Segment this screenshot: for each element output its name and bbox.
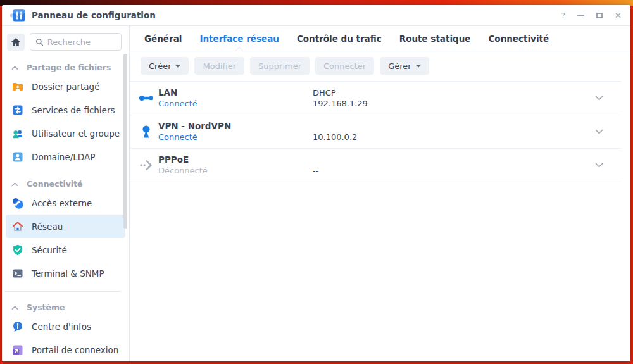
control-panel-app-icon [9, 9, 26, 22]
interface-status: Déconnecté [158, 165, 313, 176]
sidebar-section-label: Système [27, 303, 65, 312]
interface-detail: DHCP 192.168.1.29 [313, 87, 595, 109]
tab-interface-r-seau[interactable]: Interface réseau [199, 26, 279, 51]
interface-detail-line1 [313, 154, 595, 165]
chevron-down-icon[interactable] [595, 129, 603, 134]
sidebar-item-label: Domaine/LDAP [32, 152, 95, 162]
sidebar-scrollbar[interactable] [123, 54, 127, 229]
window-title: Panneau de configuration [32, 10, 156, 20]
interface-status: Connecté [158, 132, 313, 142]
security-icon [11, 244, 24, 256]
sidebar-item-utilisateur-et-groupe[interactable]: Utilisateur et groupe [6, 122, 125, 145]
interface-detail: 10.100.0.2 [313, 121, 595, 142]
sidebar-section-header[interactable]: Système [2, 300, 129, 315]
user-group-icon [11, 127, 24, 140]
sidebar-item-centre-d-infos[interactable]: Centre d'infos [6, 315, 125, 338]
toolbar-button-label: Supprimer [258, 61, 301, 71]
sidebar-item-dossier-partag-[interactable]: Dossier partagé [6, 75, 125, 98]
interface-name: PPPoE [158, 154, 313, 165]
dropdown-caret-icon [175, 65, 180, 68]
minimize-button[interactable] [577, 15, 584, 16]
sidebar-section-label: Connectivité [27, 179, 83, 189]
sidebar-item-portail-de-connexion[interactable]: Portail de connexion [6, 338, 125, 361]
sidebar-item-s-curit-[interactable]: Sécurité [6, 238, 125, 261]
main-content: Général Interface réseau Contrôle du tra… [130, 26, 630, 361]
pppoe-icon [139, 159, 153, 172]
sidebar-item-label: Accès externe [32, 198, 92, 208]
sidebar-section: Partage de fichiers Dossier partagé Serv… [2, 60, 129, 168]
modifier-button: Modifier [194, 57, 244, 75]
sidebar-section: Connectivité Accès externe Réseau Sécuri… [2, 177, 129, 285]
tab-label: Général [144, 34, 182, 44]
chevron-up-icon [11, 182, 18, 187]
tab-connectivit-[interactable]: Connectivité [488, 26, 549, 51]
search-input[interactable] [47, 37, 116, 47]
help-button[interactable]: ? [561, 11, 565, 20]
chevron-up-icon [11, 65, 18, 70]
tab-contr-le-du-trafic[interactable]: Contrôle du trafic [297, 26, 382, 51]
maximize-button[interactable] [596, 13, 603, 18]
close-button[interactable]: ✕ [615, 11, 622, 20]
sidebar-section: Système Centre d'infos Portail de connex… [2, 300, 129, 361]
interface-detail-line2: -- [313, 165, 595, 176]
sidebar-item-label: Centre d'infos [32, 322, 91, 332]
sidebar-section-header[interactable]: Connectivité [2, 177, 129, 191]
toolbar-button-label: Modifier [203, 61, 236, 71]
home-icon [11, 37, 21, 47]
sidebar-item-label: Portail de connexion [32, 345, 118, 355]
toolbar-button-label: Créer [149, 61, 171, 71]
interface-detail-line1 [313, 121, 595, 132]
toolbar: Créer Modifier Supprimer Connecter Gérer [130, 51, 630, 81]
chevron-down-icon[interactable] [595, 96, 603, 101]
tab-g-n-ral[interactable]: Général [144, 26, 182, 51]
interface-row-pppoe[interactable]: PPPoE Déconnecté -- [130, 149, 621, 182]
interface-row-lan[interactable]: LAN Connecté DHCP 192.168.1.29 [130, 82, 621, 115]
interface-name: LAN [158, 87, 313, 98]
sidebar-item-label: Services de fichiers [32, 105, 115, 115]
sidebar-item-label: Sécurité [32, 245, 67, 255]
tab-label: Contrôle du trafic [297, 34, 382, 44]
interface-row-vpn-nordvpn[interactable]: VPN - NordVPN Connecté 10.100.0.2 [130, 115, 621, 149]
interface-detail-line2: 10.100.0.2 [313, 132, 595, 142]
sidebar-item-label: Terminal & SNMP [32, 268, 104, 279]
sidebar-item-terminal-snmp[interactable]: Terminal & SNMP [6, 261, 125, 285]
login-portal-icon [11, 344, 24, 356]
external-access-icon [11, 197, 24, 210]
sidebar-section-label: Partage de fichiers [27, 63, 111, 72]
domain-ldap-icon [11, 151, 24, 163]
interface-detail: -- [313, 154, 595, 176]
sidebar-item-services-de-fichiers[interactable]: Services de fichiers [6, 98, 125, 122]
sidebar-item-r-seau[interactable]: Réseau [6, 215, 125, 238]
supprimer-button: Supprimer [250, 57, 310, 75]
interface-status: Connecté [158, 98, 313, 109]
search-icon [35, 37, 44, 47]
titlebar: Panneau de configuration ? ✕ [2, 5, 630, 26]
interface-name: VPN - NordVPN [158, 121, 313, 132]
toolbar-button-label: Gérer [388, 61, 411, 71]
sidebar-item-label: Utilisateur et groupe [32, 129, 120, 139]
g-rer-button[interactable]: Gérer [380, 57, 429, 75]
interface-detail-line2: 192.168.1.29 [313, 98, 595, 109]
chevron-down-icon[interactable] [595, 163, 603, 168]
interface-detail-line1: DHCP [313, 87, 595, 98]
terminal-snmp-icon [11, 267, 24, 280]
interface-list: LAN Connecté DHCP 192.168.1.29 VPN - Nor… [130, 81, 621, 182]
shared-folder-icon [11, 80, 24, 93]
vpn-keyhole-icon [140, 125, 153, 139]
tab-label: Interface réseau [199, 34, 279, 44]
file-services-icon [11, 104, 24, 116]
toolbar-button-label: Connecter [323, 61, 366, 71]
home-button[interactable] [7, 34, 25, 51]
sidebar: Partage de fichiers Dossier partagé Serv… [2, 26, 130, 361]
sidebar-item-acc-s-externe[interactable]: Accès externe [6, 191, 125, 215]
sidebar-item-domaine-ldap[interactable]: Domaine/LDAP [6, 145, 125, 168]
cr-er-button[interactable]: Créer [141, 57, 189, 75]
sidebar-item-label: Dossier partagé [32, 82, 99, 92]
tab-route-statique[interactable]: Route statique [399, 26, 471, 51]
info-center-icon [11, 320, 24, 333]
sidebar-item-label: Réseau [32, 222, 63, 232]
dropdown-caret-icon [416, 65, 421, 68]
chevron-up-icon [11, 305, 18, 310]
search-box [30, 33, 122, 51]
sidebar-section-header[interactable]: Partage de fichiers [2, 60, 129, 75]
